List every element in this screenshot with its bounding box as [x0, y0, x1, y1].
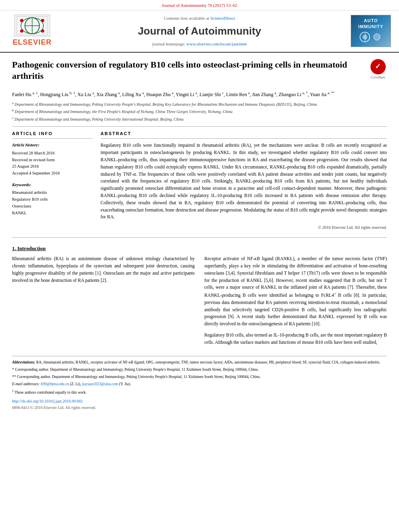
received-revised-label: Received in revised form: [12, 157, 93, 164]
sciencedirect-line: Contents lists available at ScienceDirec…: [56, 15, 343, 21]
journal-header: ELSEVIER Contents lists available at Sci…: [0, 10, 399, 52]
body-right: Receptor activator of NF-κB ligand (RANK…: [204, 255, 387, 350]
footnote-abbreviations: Abbreviations: RA, rheumatoid arthritis;…: [12, 359, 387, 365]
sciencedirect-prefix: Contents lists available at: [164, 16, 210, 21]
elsevier-wordmark: ELSEVIER: [12, 37, 51, 47]
intro-paragraph-3: Regulatory B10 cells, also termed as IL-…: [204, 332, 387, 346]
affiliations-section: a Department of Rheumatology and Immunol…: [12, 101, 387, 122]
accepted-date: Accepted 4 September 2016: [12, 170, 93, 177]
top-bar: Journal of Autoimmunity 76 (2017) 53–62: [0, 0, 399, 10]
sciencedirect-link[interactable]: ScienceDirect: [210, 16, 235, 21]
intro-paragraph-2: Receptor activator of NF-κB ligand (RANK…: [204, 255, 387, 328]
left-column: ARTICLE INFO Article history: Received 2…: [12, 131, 93, 231]
homepage-prefix: journal homepage:: [152, 41, 186, 46]
svg-point-10: [362, 35, 367, 39]
crossmark-label: CrossMark: [371, 75, 385, 80]
divider-1: [12, 126, 387, 127]
authors-line: Fanlei Hu a, 1, Hongjiang Liu b, 1, Xu L…: [12, 90, 387, 99]
article-body-columns: ARTICLE INFO Article history: Received 2…: [12, 131, 387, 231]
svg-point-11: [374, 34, 380, 40]
article-info-label: ARTICLE INFO: [12, 131, 93, 139]
affiliation-a: a Department of Rheumatology and Immunol…: [12, 101, 387, 107]
copyright-text: © 2016 Elsevier Ltd. All rights reserved…: [101, 225, 387, 231]
issn-line: 0896-8411/© 2016 Elsevier Ltd. All right…: [12, 405, 387, 411]
section-title: Introduction: [17, 245, 46, 251]
citation-text: Journal of Autoimmunity 76 (2017) 53–62: [162, 3, 237, 8]
keywords-title: Keywords:: [12, 182, 93, 188]
abstract-text: Regulatory B10 cells were functionally i…: [101, 142, 387, 221]
footnote-corresponding-1: * Corresponding author. Department of Rh…: [12, 367, 387, 372]
article-title: Pathogenic conversion of regulatory B10 …: [12, 59, 369, 82]
divider-2: [12, 237, 387, 238]
intro-paragraph-1: Rheumatoid arthritis (RA) is an autoimmu…: [12, 255, 195, 284]
crossmark-badge[interactable]: ✓ CrossMark: [369, 59, 387, 80]
keywords-section: Keywords: Rheumatoid arthritis Regulator…: [12, 182, 93, 217]
footnote-section: Abbreviations: RA, rheumatoid arthritis;…: [12, 356, 387, 411]
article-history-section: Article history: Received 28 March 2016 …: [12, 142, 93, 177]
body-left: Rheumatoid arthritis (RA) is an autoimmu…: [12, 255, 195, 350]
footnote-equal-contrib: 1 These authors contributed equally to t…: [12, 389, 387, 395]
svg-point-6: [20, 29, 23, 33]
footnote-corresponding-2: ** Corresponding author. Department of R…: [12, 374, 387, 380]
introduction-section: 1. Introduction Rheumatoid arthritis (RA…: [12, 245, 387, 350]
homepage-link[interactable]: www.elsevier.com/locate/jautimm: [186, 41, 247, 46]
main-content: Pathogenic conversion of regulatory B10 …: [0, 53, 399, 419]
revised-date: 25 August 2016: [12, 163, 93, 170]
elsevier-logo-section: ELSEVIER: [8, 14, 56, 47]
affiliation-b: b Department of Rheumatology and Immunol…: [12, 108, 387, 115]
svg-point-7: [41, 19, 44, 22]
affiliation-c: c Department of Rheumatology and Immunol…: [12, 116, 387, 122]
body-two-columns: Rheumatoid arthritis (RA) is an autoimmu…: [12, 255, 387, 350]
journal-cover-section: AUTO IMMUNITY: [343, 15, 391, 47]
keywords-list: Rheumatoid arthritis Regulatory B10 cell…: [12, 189, 93, 216]
received-date: Received 28 March 2016: [12, 150, 93, 157]
svg-point-5: [20, 19, 23, 22]
elsevier-icon: [14, 14, 50, 37]
doi-line[interactable]: http://dx.doi.org/10.1016/j.jaut.2016.09…: [12, 398, 387, 404]
right-column: ABSTRACT Regulatory B10 cells were funct…: [101, 131, 387, 231]
footnote-email: E-mail addresses: li99@bjmu.edu.cn (Z. L…: [12, 381, 387, 387]
journal-title-section: Contents lists available at ScienceDirec…: [56, 15, 343, 47]
history-title: Article history:: [12, 142, 93, 148]
crossmark-icon: ✓: [370, 59, 386, 74]
svg-point-8: [41, 29, 44, 33]
abstract-label: ABSTRACT: [101, 131, 387, 139]
homepage-line: journal homepage: www.elsevier.com/locat…: [56, 41, 343, 47]
journal-cover-image: AUTO IMMUNITY: [351, 15, 391, 47]
section-number: 1.: [12, 245, 16, 251]
intro-heading: 1. Introduction: [12, 245, 387, 252]
article-title-section: Pathogenic conversion of regulatory B10 …: [12, 59, 387, 85]
journal-title: Journal of Autoimmunity: [56, 24, 343, 38]
